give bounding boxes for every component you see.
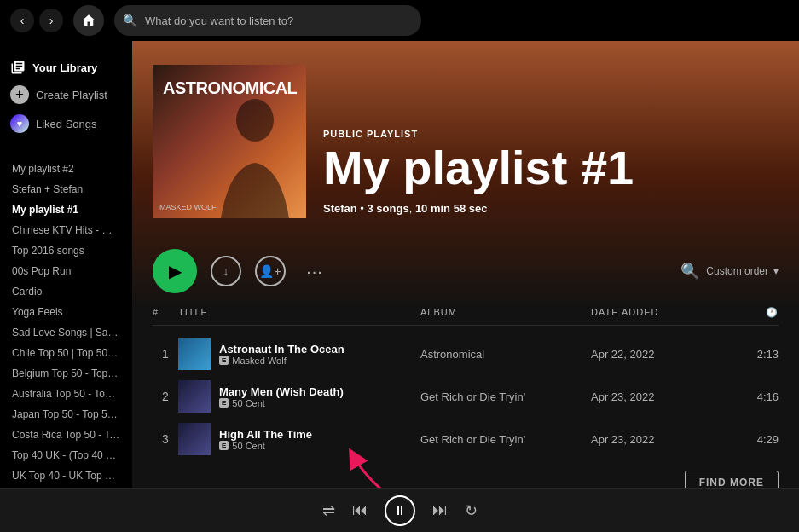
track-number: 2 (153, 390, 178, 403)
track-header: # TITLE ALBUM DATE ADDED 🕐 (153, 304, 779, 326)
forward-button[interactable]: › (39, 9, 63, 32)
col-title: TITLE (178, 307, 420, 318)
sort-label: Custom order (706, 265, 768, 277)
track-thumbnail (178, 338, 211, 370)
col-duration: 🕐 (727, 307, 779, 318)
find-more-row: FIND MORE (132, 460, 799, 488)
content-area: ASTRONOMICAL MASKED WOLF PUBLIC PLAYLIST… (132, 41, 799, 488)
your-library-btn[interactable]: Your Library (10, 55, 122, 80)
track-list: # TITLE ALBUM DATE ADDED 🕐 1 Astronaut I… (132, 304, 799, 460)
track-duration: 4:16 (727, 390, 779, 403)
download-button[interactable]: ↓ (211, 256, 241, 286)
track-number: 1 (153, 347, 178, 361)
previous-button[interactable]: ⏮ (352, 501, 368, 519)
bottom-player: ⇌ ⏮ ⏸ ⏭ ↻ (0, 488, 799, 532)
sidebar-list-item[interactable]: Cardio (7, 281, 125, 302)
next-button[interactable]: ⏭ (432, 501, 448, 519)
track-date-added: Apr 22, 2022 (591, 348, 727, 361)
liked-songs-btn[interactable]: ♥ Liked Songs (10, 109, 122, 138)
sidebar-list-item[interactable]: Chile Top 50 | Top 50 Chile ... (7, 343, 125, 363)
sidebar-list-item[interactable]: Belgium Top 50 - Top 50 Bel... (7, 363, 125, 384)
track-date-added: Apr 23, 2022 (591, 390, 727, 403)
track-title: Astronaut In The Ocean (219, 343, 344, 356)
table-row[interactable]: 1 Astronaut In The Ocean E Masked Wolf A… (153, 332, 779, 375)
controls-bar: ▶ ↓ 👤+ ··· (132, 235, 799, 304)
silhouette-icon (204, 90, 306, 218)
sidebar-list-item[interactable]: Chinese KTV Hits - 🎤 🎵 ... (7, 220, 125, 240)
library-icon (10, 60, 26, 75)
sidebar-list-item[interactable]: Japan Top 50 - Top 50 Japa... (7, 404, 125, 425)
explicit-badge: E (219, 356, 229, 365)
track-title: High All The Time (219, 428, 312, 441)
svg-point-0 (236, 99, 274, 142)
track-text: Astronaut In The Ocean E Masked Wolf (219, 343, 344, 366)
sidebar-list-item[interactable]: Yoga Feels (7, 302, 125, 322)
col-album: ALBUM (420, 307, 591, 318)
track-artist: E Masked Wolf (219, 356, 344, 366)
sidebar: Your Library + Create Playlist ♥ Liked S… (0, 41, 132, 488)
sidebar-list-item[interactable]: Costa Rica Top 50 - Top 50 ... (7, 425, 125, 445)
explicit-badge: E (219, 441, 229, 450)
album-badge: MASKED WOLF (159, 203, 217, 211)
col-date: DATE ADDED (591, 307, 727, 318)
search-tracks-button[interactable]: 🔍 (680, 262, 699, 280)
next-icon: ⏭ (432, 501, 448, 519)
sidebar-list-item[interactable]: UK Top 40 - UK Top Hits 2022 (7, 466, 125, 486)
home-button[interactable] (73, 5, 104, 36)
player-pause-icon: ⏸ (393, 503, 407, 518)
playlist-song-count: 3 songs (368, 202, 409, 215)
controls-right: 🔍 Custom order ▾ (680, 262, 779, 280)
sidebar-list-item[interactable]: Top 2016 songs (7, 240, 125, 261)
sidebar-list-item[interactable]: Stefan + Stefan (7, 179, 125, 200)
play-button[interactable]: ▶ (153, 249, 197, 293)
shuffle-icon: ⇌ (322, 501, 335, 520)
track-title: Many Men (Wish Death) (219, 385, 344, 398)
playlist-owner: Stefan (323, 202, 357, 215)
sort-arrow-icon: ▾ (773, 265, 779, 277)
sidebar-list-item[interactable]: Sad Love Songs | Sad Break ... (7, 322, 125, 343)
sidebar-list-item[interactable]: 00s Pop Run (7, 261, 125, 281)
download-icon: ↓ (223, 264, 229, 278)
player-play-pause-button[interactable]: ⏸ (385, 495, 415, 526)
playlist-type-label: PUBLIC PLAYLIST (323, 129, 779, 139)
back-button[interactable]: ‹ (10, 9, 34, 32)
more-options-button[interactable]: ··· (299, 256, 330, 286)
track-info: High All The Time E 50 Cent (178, 423, 420, 455)
track-artist: E 50 Cent (219, 398, 344, 408)
track-album: Astronomical (420, 348, 591, 361)
playlist-info: PUBLIC PLAYLIST My playlist #1 Stefan • … (323, 129, 779, 218)
find-more-button[interactable]: FIND MORE (685, 471, 779, 488)
track-thumbnail (178, 380, 211, 413)
table-row[interactable]: 3 High All The Time E 50 Cent Get Rich o… (153, 418, 779, 460)
playlist-header: ASTRONOMICAL MASKED WOLF PUBLIC PLAYLIST… (132, 41, 799, 235)
search-input[interactable] (114, 5, 421, 36)
create-playlist-btn[interactable]: + Create Playlist (10, 80, 122, 109)
artist-name: 50 Cent (232, 441, 265, 451)
sort-button[interactable]: Custom order ▾ (706, 265, 779, 277)
track-duration: 4:29 (727, 433, 779, 446)
search-wrapper: 🔍 (114, 5, 421, 36)
table-row[interactable]: 2 Many Men (Wish Death) E 50 Cent Get Ri… (153, 375, 779, 418)
repeat-button[interactable]: ↻ (465, 501, 478, 520)
sidebar-list-item[interactable]: My playlist #2 (7, 159, 125, 179)
sidebar-list-item[interactable]: My playlist #1 (7, 200, 125, 220)
add-user-icon: 👤+ (259, 264, 281, 278)
track-date-added: Apr 23, 2022 (591, 433, 727, 446)
your-library-label: Your Library (32, 61, 97, 74)
album-art-inner: ASTRONOMICAL MASKED WOLF (153, 65, 306, 218)
explicit-badge: E (219, 398, 229, 408)
track-thumbnail (178, 423, 211, 455)
sidebar-list-item[interactable]: Top 40 UK - (Top 40 Hits) U... (7, 445, 125, 466)
shuffle-button[interactable]: ⇌ (322, 501, 335, 520)
track-album: Get Rich or Die Tryin' (420, 433, 591, 446)
track-info: Astronaut In The Ocean E Masked Wolf (178, 338, 420, 370)
artist-name: Masked Wolf (232, 356, 286, 366)
track-duration: 2:13 (727, 348, 779, 361)
play-icon: ▶ (169, 261, 182, 281)
dots-icon: ··· (306, 262, 323, 281)
track-text: Many Men (Wish Death) E 50 Cent (219, 385, 344, 408)
nav-arrows: ‹ › (10, 9, 63, 32)
sidebar-list-item[interactable]: Australia Top 50 - Top 50 Au... (7, 384, 125, 404)
search-icon: 🔍 (680, 262, 699, 280)
add-user-button[interactable]: 👤+ (255, 256, 286, 286)
